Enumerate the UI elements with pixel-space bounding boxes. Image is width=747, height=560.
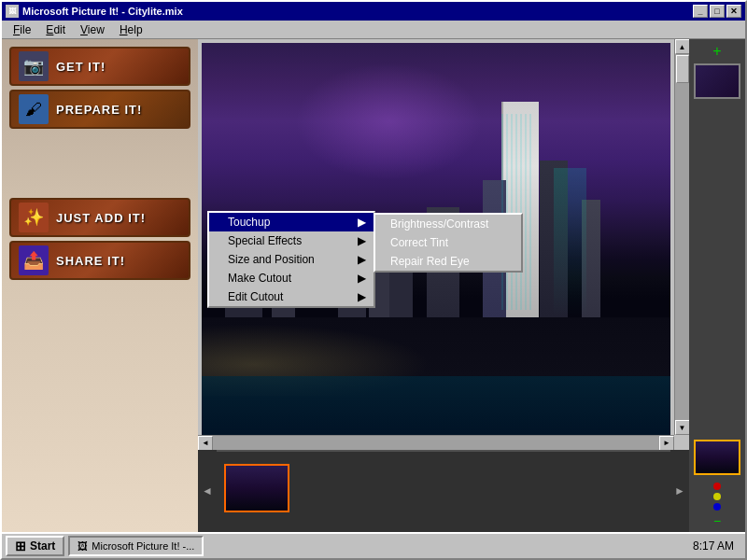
color-dots: − xyxy=(713,483,721,528)
taskbar-app-icon: 🖼 xyxy=(78,540,88,552)
dropdown-special-effects[interactable]: Special Effects ▶ xyxy=(209,231,374,250)
teal-glow xyxy=(554,168,586,317)
prepare-it-button[interactable]: 🖌 PREPARE IT! Touchup ▶ Brightness/Contr… xyxy=(9,90,190,129)
add-button[interactable]: + xyxy=(712,43,721,60)
app-window: 🖼 Microsoft Picture It! - Citylite.mix _… xyxy=(0,0,747,560)
correct-tint-item[interactable]: Correct Tint xyxy=(375,233,521,252)
right-thumb-selected[interactable] xyxy=(694,440,740,475)
close-button[interactable]: ✕ xyxy=(726,5,741,18)
size-position-arrow: ▶ xyxy=(358,253,366,266)
app-body: 📷 GET IT! 🖌 PREPARE IT! Touchup ▶ Bright… xyxy=(2,39,745,532)
maximize-button[interactable]: □ xyxy=(710,5,725,18)
edit-cutout-arrow: ▶ xyxy=(358,290,366,303)
minus-button[interactable]: − xyxy=(713,513,721,528)
prepare-it-icon: 🖌 xyxy=(19,94,49,124)
brightness-contrast-item[interactable]: Brightness/Contrast xyxy=(375,215,521,233)
menu-bar: File Edit View Help xyxy=(2,21,745,39)
scroll-track xyxy=(675,54,689,420)
left-nav-icon[interactable]: ◄ xyxy=(202,484,213,497)
repair-red-eye-item[interactable]: Repair Red Eye xyxy=(375,252,521,271)
get-it-icon: 📷 xyxy=(19,51,49,81)
scroll-up-button[interactable]: ▲ xyxy=(675,39,690,54)
scroll-down-button[interactable]: ▼ xyxy=(675,420,690,435)
filmstrip xyxy=(217,450,670,525)
dot-yellow xyxy=(713,493,721,500)
taskbar-app-label: Microsoft Picture It! -... xyxy=(92,540,194,552)
just-add-it-button[interactable]: ✨ JUST ADD IT! xyxy=(9,198,190,237)
special-effects-arrow: ▶ xyxy=(358,234,366,247)
taskbar: ⊞ Start 🖼 Microsoft Picture It! -... 8:1… xyxy=(2,532,745,558)
title-bar: 🖼 Microsoft Picture It! - Citylite.mix _… xyxy=(2,2,745,21)
filmstrip-area: ◄ ► xyxy=(198,450,689,532)
film-thumb-inner-1 xyxy=(226,466,288,511)
window-controls: _ □ ✕ xyxy=(693,5,741,18)
make-cutout-arrow: ▶ xyxy=(358,272,366,285)
right-thumb-1[interactable] xyxy=(694,63,740,99)
dot-blue xyxy=(713,503,721,511)
share-it-button[interactable]: 📤 SHARE IT! xyxy=(9,241,190,280)
taskbar-clock: 8:17 AM xyxy=(685,539,741,553)
hscroll-track xyxy=(213,436,659,450)
touchup-submenu: Brightness/Contrast Correct Tint Repair … xyxy=(374,213,523,273)
touchup-arrow: ▶ xyxy=(358,216,366,229)
get-it-label: GET IT! xyxy=(56,60,106,74)
building-lights xyxy=(499,114,534,310)
start-icon: ⊞ xyxy=(15,539,26,553)
size-position-label: Size and Position xyxy=(228,253,315,266)
dropdown-make-cutout[interactable]: Make Cutout ▶ xyxy=(209,269,374,287)
dropdown-touchup[interactable]: Touchup ▶ Brightness/Contrast Correct Ti… xyxy=(209,213,374,231)
horizontal-scrollbar[interactable]: ◄ ► xyxy=(198,435,674,450)
just-add-it-label: JUST ADD IT! xyxy=(56,211,146,225)
filmstrip-right-nav[interactable]: ► xyxy=(670,450,689,532)
special-effects-label: Special Effects xyxy=(228,234,302,247)
right-panel: + − xyxy=(689,39,745,532)
menu-edit[interactable]: Edit xyxy=(38,21,73,38)
water-reflection xyxy=(202,376,670,435)
film-thumbnail-1[interactable] xyxy=(224,464,289,512)
sky-glow xyxy=(295,63,483,180)
taskbar-app-item[interactable]: 🖼 Microsoft Picture It! -... xyxy=(68,536,204,556)
menu-view[interactable]: View xyxy=(73,21,112,38)
make-cutout-label: Make Cutout xyxy=(228,272,291,285)
app-icon: 🖼 xyxy=(6,5,19,18)
dropdown-size-position[interactable]: Size and Position ▶ xyxy=(209,250,374,269)
scroll-left-button[interactable]: ◄ xyxy=(198,436,213,451)
touchup-label: Touchup xyxy=(228,216,270,229)
edit-cutout-label: Edit Cutout xyxy=(228,290,283,303)
prepare-it-dropdown: Touchup ▶ Brightness/Contrast Correct Ti… xyxy=(207,211,375,308)
right-nav-icon[interactable]: ► xyxy=(674,484,685,497)
dot-red xyxy=(713,483,721,490)
share-it-label: SHARE IT! xyxy=(56,254,125,268)
share-it-icon: 📤 xyxy=(19,245,49,275)
minimize-button[interactable]: _ xyxy=(693,5,708,18)
get-it-button[interactable]: 📷 GET IT! xyxy=(9,47,190,86)
menu-file[interactable]: File xyxy=(6,21,38,38)
prepare-it-label: PREPARE IT! xyxy=(56,103,142,117)
sidebar: 📷 GET IT! 🖌 PREPARE IT! Touchup ▶ Bright… xyxy=(2,39,198,532)
scroll-thumb[interactable] xyxy=(676,55,689,83)
start-label: Start xyxy=(30,539,55,553)
start-button[interactable]: ⊞ Start xyxy=(6,536,64,556)
vertical-scrollbar[interactable]: ▲ ▼ xyxy=(674,39,689,435)
just-add-it-icon: ✨ xyxy=(19,203,49,232)
scroll-right-button[interactable]: ► xyxy=(659,436,674,451)
dropdown-edit-cutout[interactable]: Edit Cutout ▶ xyxy=(209,287,374,306)
window-title: Microsoft Picture It! - Citylite.mix xyxy=(22,6,693,17)
filmstrip-left-nav[interactable]: ◄ xyxy=(198,450,217,532)
menu-help[interactable]: Help xyxy=(112,21,150,38)
